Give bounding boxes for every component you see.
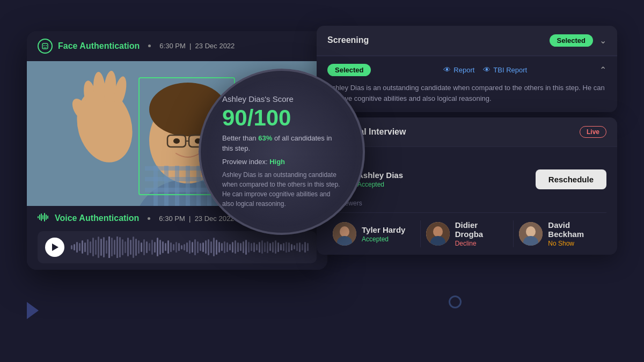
- play-button[interactable]: [45, 238, 64, 257]
- interviewer-name-1: Didier Drogba: [455, 220, 508, 239]
- face-icon: [38, 39, 53, 54]
- proview-value: High: [269, 158, 285, 166]
- screening-chevron-down-icon[interactable]: ⌄: [599, 35, 606, 46]
- interviewer-name-0: Tyler Hardy: [362, 225, 405, 234]
- screening-description: Ashley Dias is an outstanding candidate …: [327, 83, 606, 105]
- interviewer-cell-1: Didier Drogba Decline: [421, 220, 514, 247]
- proview-label: Proview index:: [222, 158, 268, 166]
- interviewer-status-1: Decline: [455, 240, 508, 247]
- audio-player: [38, 231, 317, 263]
- interviewers-label: Interviewers: [327, 200, 606, 207]
- screening-card: Screening Selected ⌄ Selected 👁 Report: [317, 26, 617, 113]
- svg-rect-29: [38, 216, 39, 218]
- svg-rect-31: [41, 213, 42, 221]
- voice-icon: [38, 212, 49, 225]
- screening-header: Screening Selected ⌄: [317, 26, 617, 56]
- screening-body: Selected 👁 Report 👁 TBI Report ⌃ Ashley …: [317, 56, 617, 113]
- live-badge: Live: [580, 126, 606, 138]
- score-description: Ashley Dias is an outstanding candidate …: [222, 170, 341, 209]
- reschedule-button[interactable]: Reschedule: [536, 169, 606, 189]
- candidate-row: Ashley Dias Accepted Reschedule: [327, 167, 606, 191]
- candidate-name: Ashley Dias: [357, 171, 403, 180]
- interviewer-info-1: Didier Drogba Decline: [455, 220, 508, 247]
- interviewer-avatar-1: [426, 222, 450, 246]
- score-better-text: Better than 63% of all candidates in thi…: [222, 134, 341, 153]
- voice-auth-dot: [148, 217, 150, 220]
- interviewer-avatar-0: [333, 222, 356, 246]
- screening-chevron-up-icon[interactable]: ⌃: [599, 65, 606, 75]
- candidate-label: Candidate: [327, 154, 606, 162]
- score-percentage: 63%: [258, 134, 272, 142]
- interviewer-avatar-2: [519, 222, 543, 246]
- interviewer-info-2: David Beckham No Show: [548, 220, 601, 247]
- interviewer-cell-0: Tyler Hardy Accepted: [327, 220, 421, 247]
- tbi-report-link[interactable]: 👁 TBI Report: [483, 65, 527, 74]
- play-triangle-icon: [52, 243, 58, 251]
- screening-sub-selected-badge: Selected: [327, 64, 371, 76]
- interviewers-row: Tyler Hardy Accepted: [327, 212, 606, 247]
- face-auth-header: Face Authentication 6:30 PM | 23 Dec 202…: [27, 31, 327, 61]
- report-label: Report: [453, 66, 474, 74]
- voice-auth-time: 6:30 PM | 23 Dec 2022: [159, 215, 234, 223]
- score-proview: Proview index: High: [222, 158, 285, 166]
- svg-point-2: [46, 45, 47, 46]
- candidate-name-group: Ashley Dias Accepted: [357, 171, 403, 188]
- eye-icon: 👁: [443, 65, 451, 74]
- interviewer-status-2: No Show: [548, 240, 601, 247]
- score-better-suffix: of all candidates in this step.: [222, 134, 332, 152]
- face-auth-time: 6:30 PM | 23 Dec 2022: [159, 42, 235, 50]
- svg-point-1: [43, 45, 45, 46]
- svg-point-46: [526, 226, 536, 237]
- interviewer-cell-2: David Beckham No Show: [514, 220, 606, 247]
- svg-point-43: [433, 226, 443, 237]
- voice-auth-title: Voice Authentication: [55, 213, 139, 223]
- score-popup-value: 90/100: [222, 107, 291, 129]
- screening-sub-header: Selected 👁 Report 👁 TBI Report ⌃: [327, 64, 606, 76]
- interviewer-name-2: David Beckham: [548, 220, 601, 239]
- scene: Face Authentication 6:30 PM | 23 Dec 202…: [27, 15, 617, 348]
- svg-rect-34: [46, 215, 47, 220]
- screening-header-right: Selected ⌄: [550, 34, 606, 47]
- report-link[interactable]: 👁 Report: [443, 65, 474, 74]
- svg-rect-32: [42, 215, 43, 219]
- screening-title: Screening: [327, 35, 369, 45]
- score-popup: Ashley Dias's Score 90/100 Better than 6…: [199, 69, 365, 235]
- interviewer-info-0: Tyler Hardy Accepted: [362, 225, 405, 243]
- waveform: [71, 237, 309, 258]
- face-auth-title: Face Authentication: [58, 41, 140, 51]
- svg-rect-35: [47, 216, 48, 219]
- report-links: 👁 Report 👁 TBI Report: [443, 65, 527, 74]
- tbi-report-label: TBI Report: [493, 66, 527, 74]
- svg-rect-30: [39, 215, 40, 220]
- interviewer-status-0: Accepted: [362, 235, 405, 243]
- svg-rect-33: [44, 213, 45, 221]
- svg-point-40: [340, 226, 349, 237]
- eye-tbi-icon: 👁: [483, 65, 491, 74]
- score-popup-label: Ashley Dias's Score: [222, 94, 294, 104]
- candidate-status: Accepted: [357, 181, 403, 188]
- auth-separator-dot: [148, 45, 151, 47]
- screening-selected-badge: Selected: [550, 34, 593, 47]
